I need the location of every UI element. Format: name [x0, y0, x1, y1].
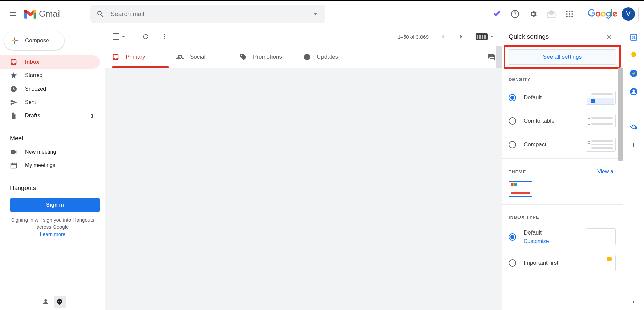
option-label: Default — [524, 94, 578, 101]
hangouts-section-label: Hangouts — [0, 177, 105, 195]
customize-link[interactable]: Customize — [524, 238, 578, 244]
scrollbar[interactable] — [496, 46, 502, 68]
footer-contacts-tab[interactable] — [40, 296, 52, 308]
search-input[interactable] — [110, 10, 306, 18]
see-all-highlight: See all settings — [504, 45, 621, 69]
svg-point-5 — [566, 13, 568, 14]
next-page-button[interactable] — [454, 29, 469, 44]
settings-button[interactable] — [525, 6, 541, 22]
radio-icon — [509, 233, 516, 241]
sidebar-item-label: Snoozed — [25, 86, 46, 92]
density-title: DENSITY — [509, 77, 616, 82]
help-icon — [511, 10, 519, 18]
menu-icon — [9, 10, 17, 18]
sidebar-item-sent[interactable]: Sent — [0, 96, 100, 109]
input-tools[interactable] — [476, 33, 494, 40]
get-addons-button[interactable] — [630, 141, 638, 149]
footer-hangouts-tab[interactable] — [54, 296, 66, 308]
side-panel-toggle[interactable] — [630, 298, 638, 306]
at-loop-icon — [630, 123, 638, 131]
hangouts-signin-button[interactable]: Sign in — [10, 198, 100, 212]
caret-down-icon — [489, 34, 494, 39]
account-chip[interactable]: V — [584, 5, 639, 23]
sidebar-item-new-meeting[interactable]: New meeting — [0, 145, 100, 159]
people-icon — [176, 53, 184, 61]
tag-icon — [240, 53, 247, 61]
see-all-settings-button[interactable]: See all settings — [508, 49, 616, 65]
density-option-default[interactable]: Default — [502, 86, 623, 109]
sidebar-item-label: Starred — [25, 72, 42, 79]
tab-updates[interactable]: Updates — [297, 46, 360, 68]
qs-close-button[interactable] — [602, 30, 616, 43]
chevron-right-icon — [458, 33, 465, 40]
search-bar[interactable] — [90, 5, 325, 23]
select-all[interactable] — [113, 33, 126, 40]
nav-list: Inbox Starred Snoozed Sent Drafts 3 — [0, 55, 105, 122]
compose-button[interactable]: Compose — [4, 31, 64, 50]
tab-label: Primary — [126, 54, 145, 60]
density-thumb-comfortable — [586, 114, 616, 128]
google-apps-button[interactable] — [561, 6, 578, 22]
theme-view-all-link[interactable]: View all — [597, 169, 616, 175]
svg-point-9 — [569, 16, 570, 17]
tasks-app-icon[interactable] — [630, 69, 638, 78]
option-label: Comfortable — [524, 118, 578, 124]
keep-icon — [630, 51, 638, 59]
sidebar-item-label: Drafts — [25, 113, 40, 119]
main-menu-button[interactable] — [5, 6, 21, 22]
sidebar: Compose Inbox Starred Snoozed Sent Draft… — [0, 27, 105, 310]
qs-scrollbar[interactable] — [618, 67, 623, 161]
svg-point-6 — [569, 13, 570, 14]
contacts-icon — [630, 88, 638, 96]
tasks-icon[interactable] — [489, 6, 505, 22]
sidebar-item-inbox[interactable]: Inbox — [0, 55, 100, 69]
contacts-app-icon[interactable] — [630, 88, 638, 96]
inbox-thumb-default — [586, 228, 616, 245]
support-button[interactable] — [507, 6, 523, 22]
mail-envelope-icon[interactable] — [543, 6, 559, 22]
avatar[interactable]: V — [622, 7, 635, 21]
meet-section-label: Meet — [0, 127, 105, 145]
theme-option-default[interactable] — [509, 181, 532, 197]
sidebar-item-label: My meetings — [25, 162, 55, 168]
keyboard-icon — [476, 33, 488, 40]
sidebar-item-snoozed[interactable]: Snoozed — [0, 82, 100, 96]
radio-icon — [509, 141, 516, 148]
qs-title: Quick settings — [509, 33, 549, 40]
inbox-type-important-first[interactable]: Important first — [502, 250, 623, 276]
more-button[interactable] — [157, 29, 172, 44]
inbox-type-default[interactable]: Default Customize — [502, 224, 623, 250]
tasks-circle-icon — [630, 69, 638, 78]
refresh-icon — [142, 33, 149, 40]
sidebar-item-my-meetings[interactable]: My meetings — [0, 159, 100, 172]
search-options-caret-icon[interactable] — [312, 10, 319, 18]
sidebar-item-starred[interactable]: Starred — [0, 69, 100, 82]
sidebar-item-drafts[interactable]: Drafts 3 — [0, 109, 100, 122]
svg-point-8 — [566, 16, 568, 17]
svg-rect-11 — [11, 163, 17, 168]
svg-point-20 — [632, 90, 635, 92]
gmail-word: Gmail — [39, 9, 61, 19]
inbox-thumb-important — [586, 255, 616, 271]
density-option-comfortable[interactable]: Comfortable — [502, 109, 623, 133]
learn-more-link[interactable]: Learn more — [7, 230, 99, 238]
open-envelope-icon — [546, 9, 556, 19]
keep-app-icon[interactable] — [630, 51, 638, 59]
tab-primary[interactable]: Primary — [105, 46, 169, 68]
prev-page-button[interactable] — [435, 29, 450, 44]
calendar-app-icon[interactable]: 31 — [630, 33, 638, 41]
file-icon — [10, 112, 17, 119]
tab-label: Promotions — [253, 54, 282, 60]
gmail-logo[interactable]: Gmail — [24, 9, 61, 19]
density-option-compact[interactable]: Compact — [502, 133, 623, 156]
refresh-button[interactable] — [138, 29, 153, 44]
plus-icon — [10, 36, 19, 45]
person-icon — [42, 298, 49, 305]
quick-settings-panel: Quick settings See all settings DENSITY … — [502, 27, 623, 310]
hangouts-icon — [56, 298, 63, 305]
caret-down-icon[interactable] — [121, 34, 126, 39]
tab-social[interactable]: Social — [169, 46, 233, 68]
tab-promotions[interactable]: Promotions — [233, 46, 297, 68]
addons-app-icon[interactable] — [630, 123, 638, 131]
search-icon — [96, 10, 104, 18]
